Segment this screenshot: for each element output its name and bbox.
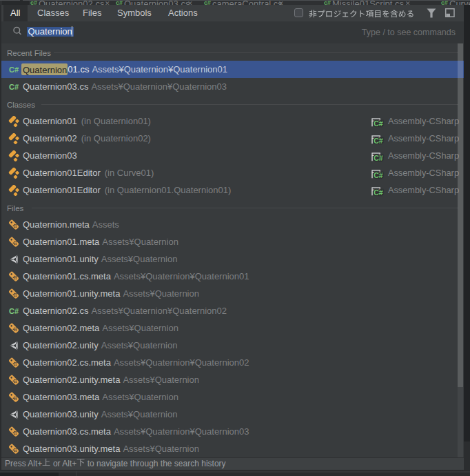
svg-text:C#: C#: [374, 137, 383, 145]
svg-text:C#: C#: [374, 188, 383, 197]
svg-text:C#: C#: [374, 119, 383, 128]
svg-text:C#: C#: [374, 154, 383, 162]
svg-text:C#: C#: [374, 171, 383, 179]
